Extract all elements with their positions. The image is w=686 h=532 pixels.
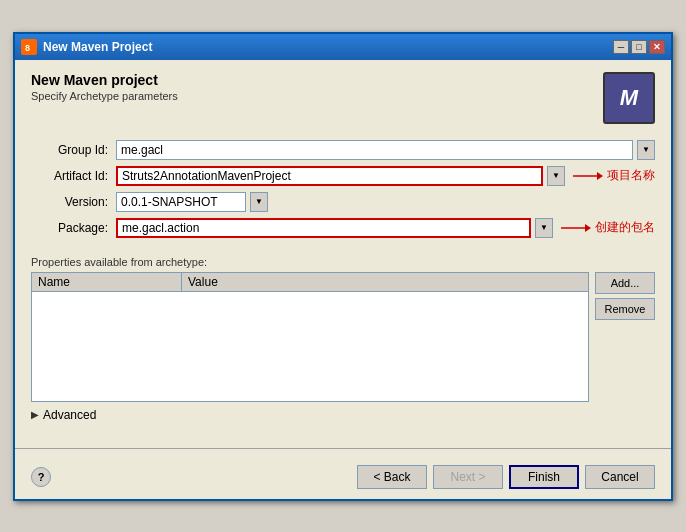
page-title: New Maven project (31, 72, 178, 88)
group-id-dropdown[interactable]: ▼ (637, 140, 655, 160)
properties-table-wrap: Name Value Add... Remove (31, 272, 655, 402)
properties-buttons: Add... Remove (595, 272, 655, 402)
package-annotation-text: 创建的包名 (595, 219, 655, 236)
window-controls: ─ □ ✕ (613, 40, 665, 54)
back-button[interactable]: < Back (357, 465, 427, 489)
properties-header: Name Value (32, 273, 588, 292)
package-dropdown[interactable]: ▼ (535, 218, 553, 238)
dialog-content: New Maven project Specify Archetype para… (15, 60, 671, 440)
artifact-id-dropdown[interactable]: ▼ (547, 166, 565, 186)
page-header: New Maven project Specify Archetype para… (31, 72, 655, 124)
page-subtitle: Specify Archetype parameters (31, 90, 178, 102)
advanced-label: Advanced (43, 408, 96, 422)
bottom-bar: ? < Back Next > Finish Cancel (15, 457, 671, 499)
properties-section: Properties available from archetype: Nam… (31, 256, 655, 402)
version-input-wrap: ▼ (116, 192, 655, 212)
artifact-annotation-wrap: 项目名称 (571, 167, 655, 185)
properties-label: Properties available from archetype: (31, 256, 655, 268)
artifact-id-label: Artifact Id: (31, 169, 116, 183)
svg-marker-5 (585, 224, 591, 232)
add-button[interactable]: Add... (595, 272, 655, 294)
maximize-button[interactable]: □ (631, 40, 647, 54)
artifact-annotation-text: 项目名称 (607, 167, 655, 184)
col-name: Name (32, 273, 182, 291)
svg-text:8: 8 (25, 43, 30, 53)
advanced-triangle-icon: ▶ (31, 409, 39, 420)
help-button[interactable]: ? (31, 467, 51, 487)
package-annotation-wrap: 创建的包名 (559, 219, 655, 237)
package-input[interactable] (116, 218, 531, 238)
header-text: New Maven project Specify Archetype para… (31, 72, 178, 102)
cancel-button[interactable]: Cancel (585, 465, 655, 489)
version-dropdown[interactable]: ▼ (250, 192, 268, 212)
properties-table: Name Value (31, 272, 589, 402)
package-row: Package: ▼ 创建的包名 (31, 218, 655, 238)
package-label: Package: (31, 221, 116, 235)
window-icon: 8 (21, 39, 37, 55)
remove-button[interactable]: Remove (595, 298, 655, 320)
next-button[interactable]: Next > (433, 465, 503, 489)
finish-button[interactable]: Finish (509, 465, 579, 489)
maven-logo: M (603, 72, 655, 124)
main-window: 8 New Maven Project ─ □ ✕ New Maven proj… (13, 32, 673, 501)
minimize-button[interactable]: ─ (613, 40, 629, 54)
properties-body (32, 292, 588, 397)
group-id-label: Group Id: (31, 143, 116, 157)
svg-marker-3 (597, 172, 603, 180)
artifact-id-input[interactable] (116, 166, 543, 186)
artifact-id-row: Artifact Id: ▼ 项目名称 (31, 166, 655, 186)
package-input-wrap: ▼ 创建的包名 (116, 218, 655, 238)
artifact-id-input-wrap: ▼ 项目名称 (116, 166, 655, 186)
group-id-input[interactable] (116, 140, 633, 160)
advanced-row[interactable]: ▶ Advanced (31, 408, 655, 422)
window-title: New Maven Project (43, 40, 613, 54)
artifact-arrow-icon (571, 167, 603, 185)
package-arrow-icon (559, 219, 591, 237)
close-button[interactable]: ✕ (649, 40, 665, 54)
version-label: Version: (31, 195, 116, 209)
version-input[interactable] (116, 192, 246, 212)
col-value: Value (182, 273, 588, 291)
version-row: Version: ▼ (31, 192, 655, 212)
group-id-input-wrap: ▼ (116, 140, 655, 160)
separator (15, 448, 671, 449)
title-bar: 8 New Maven Project ─ □ ✕ (15, 34, 671, 60)
group-id-row: Group Id: ▼ (31, 140, 655, 160)
form-area: Group Id: ▼ Artifact Id: ▼ (31, 136, 655, 248)
nav-buttons: < Back Next > Finish Cancel (357, 465, 655, 489)
